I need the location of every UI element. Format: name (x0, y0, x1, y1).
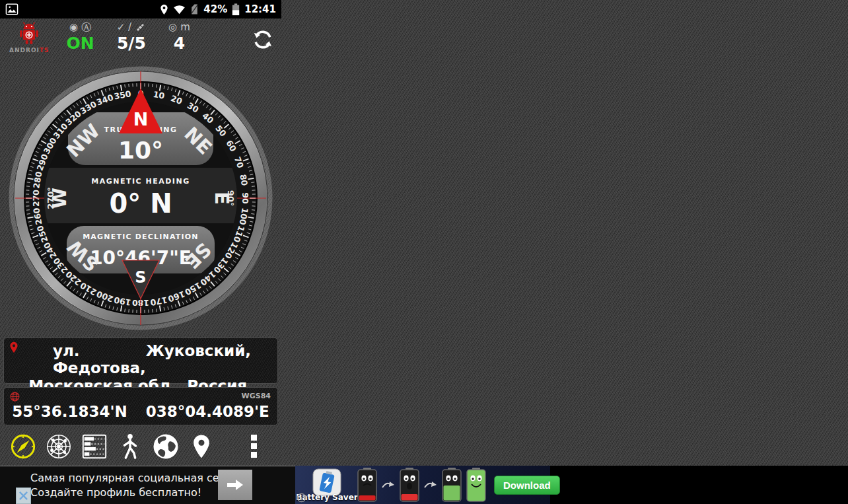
gps-test-app-triple-screenshot: { "status_bar": { "battery": "42%", "tim… (0, 0, 848, 504)
longitude: 038°04.4089'E (146, 403, 269, 420)
location-active-icon (160, 4, 168, 15)
heading-compass-dial: 0102030405060708090100110120130140150160… (0, 58, 281, 336)
address-street: ул. Федотова, (53, 342, 146, 377)
gps-on-label: ON (67, 34, 94, 53)
compass-cardinal-N: N (133, 109, 149, 129)
ad-text-line2: Создайте профиль бесплатно! (30, 486, 231, 500)
datum-label: WGS84 (242, 392, 271, 400)
check-icon: ✓ / (117, 21, 131, 33)
toolbar-person-button[interactable] (112, 433, 148, 460)
compass-cardinal-E: E (211, 192, 233, 205)
ad-close-button[interactable] (16, 487, 31, 504)
toolbar-list-button[interactable] (77, 433, 112, 460)
gallery-notification-icon[interactable] (5, 3, 18, 15)
accuracy-group: ◎m 4 (168, 20, 190, 53)
svg-text:i: i (300, 495, 302, 501)
ad-strip: Самая популярная социальная сеть Создайт… (0, 466, 848, 504)
social-network-ad[interactable]: Самая популярная социальная сеть Создайт… (0, 466, 295, 504)
magnetic-heading-label: MAGNETIC HEADING (91, 177, 190, 186)
fix-ratio-value: 5/5 (117, 34, 146, 53)
battery-cartoon (466, 468, 486, 502)
transition-arrow-icon (382, 480, 395, 490)
magnetic-heading-value: 0° N (109, 188, 172, 219)
transition-arrow-icon (424, 480, 437, 490)
address-box: ул. Федотова,Жуковский, Московская обл.,… (3, 338, 278, 384)
ad-arrow-button[interactable] (218, 470, 252, 500)
toolbar-radar-button[interactable] (41, 433, 77, 460)
no-sim-icon (190, 4, 199, 15)
download-button[interactable]: Download (494, 476, 560, 495)
toolbar-menu-button[interactable] (236, 433, 272, 460)
arrow-right-icon (226, 478, 244, 492)
compass-cardinal-S: S (135, 268, 146, 287)
accuracy-value: 4 (174, 34, 185, 53)
gps-fix-icon: ◉ (69, 21, 78, 33)
battery-saver-ad[interactable]: i Battery Saver Download (295, 466, 550, 504)
accuracy-target-icon: ◎ (168, 21, 177, 33)
fix-ratio-group: ✓ / 5/5 (117, 20, 146, 53)
panel-compass: 42% 12:41 ANDROITS ◉Ⓐ ON ✓ / 5/5 ◎m 4 01… (0, 0, 281, 504)
datum-globe-icon (9, 391, 20, 402)
svg-text:80: 80 (238, 174, 250, 187)
magnetic-declination-label: MAGNETIC DECLINATION (83, 233, 199, 241)
wifi-icon (173, 5, 186, 15)
battery-cartoon (357, 468, 377, 502)
refresh-icon[interactable] (251, 28, 275, 52)
ad-text-line1: Самая популярная социальная сеть (30, 471, 231, 486)
battery-cartoons (357, 468, 486, 502)
address-pin-icon (9, 342, 18, 353)
true-heading-value: 10° (118, 137, 163, 164)
address-city: Жуковский, (146, 342, 251, 377)
toolbar-globe-button[interactable] (148, 432, 184, 461)
coordinates-box: WGS84 55°36.1834'N038°04.4089'E (3, 387, 278, 425)
toolbar-compass-active-button[interactable] (5, 433, 41, 460)
status-bar: 42% 12:41 (0, 0, 281, 18)
app-header: ANDROITS ◉Ⓐ ON ✓ / 5/5 ◎m 4 (0, 18, 281, 57)
ad-info-icon[interactable]: i (297, 493, 306, 503)
agps-icon: Ⓐ (81, 21, 91, 34)
svg-text:10: 10 (153, 89, 166, 101)
androits-logo: ANDROITS (9, 20, 50, 54)
satellite-icon (135, 22, 146, 33)
accuracy-unit: m (180, 21, 190, 33)
latitude: 55°36.1834'N (12, 403, 127, 420)
battery-cartoon (400, 468, 419, 502)
bottom-toolbar (0, 428, 281, 465)
compass-cardinal-W: W (48, 188, 71, 209)
toolbar-pin-button[interactable] (184, 433, 219, 460)
battery-cartoon (442, 468, 462, 502)
battery-percent: 42% (203, 3, 227, 15)
close-icon (18, 491, 28, 501)
android-robot-icon (15, 20, 43, 47)
battery-icon (232, 3, 240, 16)
clock: 12:41 (244, 3, 276, 15)
gps-state-group: ◉Ⓐ ON (67, 20, 94, 53)
